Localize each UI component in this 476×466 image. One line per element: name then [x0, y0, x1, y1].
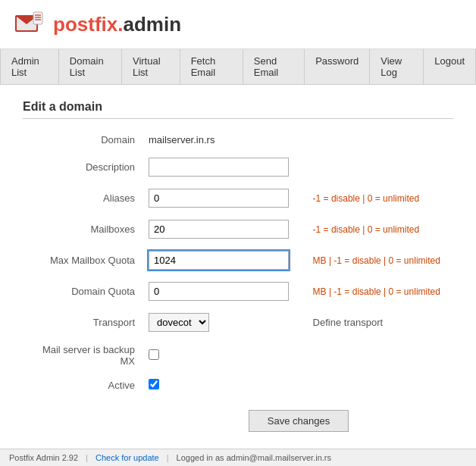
nav-logout[interactable]: Logout	[424, 49, 476, 84]
site-title: postfix.admin	[53, 13, 181, 36]
transport-label: Transport	[23, 307, 144, 338]
transport-hint-cell: Define transport	[302, 307, 453, 338]
domain-quota-cell	[144, 276, 302, 307]
max-mailbox-quota-cell	[144, 245, 302, 276]
nav-send-email[interactable]: Send Email	[243, 49, 305, 84]
navigation: Admin List Domain List Virtual List Fetc…	[0, 49, 476, 85]
active-cell	[144, 373, 302, 398]
mailboxes-input[interactable]	[149, 220, 289, 239]
title-suffix: admin	[123, 13, 181, 36]
logo-icon	[12, 8, 45, 41]
aliases-hint-cell: -1 = disable | 0 = unlimited	[302, 183, 453, 214]
domain-value: mailserver.in.rs	[149, 134, 215, 145]
nav-view-log[interactable]: View Log	[370, 49, 424, 84]
nav-domain-list[interactable]: Domain List	[59, 49, 122, 84]
description-cell	[144, 152, 302, 183]
mailboxes-row: Mailboxes -1 = disable | 0 = unlimited	[23, 214, 453, 245]
max-mailbox-quota-row: Max Mailbox Quota MB | -1 = disable | 0 …	[23, 245, 453, 276]
aliases-input[interactable]	[149, 189, 289, 208]
save-button[interactable]: Save changes	[249, 410, 349, 432]
max-mailbox-quota-label: Max Mailbox Quota	[23, 245, 144, 276]
transport-select[interactable]: dovecot virtual smtp	[149, 313, 209, 332]
nav-password[interactable]: Password	[305, 49, 370, 84]
edit-domain-form: Domain mailserver.in.rs Description Alia…	[23, 128, 453, 438]
active-checkbox[interactable]	[149, 379, 159, 389]
backup-mx-cell	[144, 338, 302, 373]
transport-row: Transport dovecot virtual smtp Define tr…	[23, 307, 453, 338]
header: postfix.admin	[0, 0, 476, 49]
active-row: Active	[23, 373, 453, 398]
max-mailbox-quota-hint: MB | -1 = disable | 0 = unlimited	[307, 255, 440, 266]
description-label: Description	[23, 152, 144, 183]
domain-row: Domain mailserver.in.rs	[23, 128, 453, 152]
description-input[interactable]	[149, 158, 289, 177]
page-heading: Edit a domain	[23, 100, 453, 119]
description-row: Description	[23, 152, 453, 183]
aliases-cell	[144, 183, 302, 214]
backup-mx-label: Mail server is backup MX	[23, 338, 144, 373]
domain-quota-row: Domain Quota MB | -1 = disable | 0 = unl…	[23, 276, 453, 307]
max-mailbox-quota-hint-cell: MB | -1 = disable | 0 = unlimited	[302, 245, 453, 276]
footer: Postfix Admin 2.92 | Check for update | …	[0, 449, 476, 453]
mailboxes-hint-cell: -1 = disable | 0 = unlimited	[302, 214, 453, 245]
nav-admin-list[interactable]: Admin List	[0, 49, 59, 84]
save-cell: Save changes	[144, 398, 453, 438]
title-prefix: postfix.	[53, 13, 123, 36]
aliases-label: Aliases	[23, 183, 144, 214]
transport-cell: dovecot virtual smtp	[144, 307, 302, 338]
main-content: Edit a domain Domain mailserver.in.rs De…	[0, 85, 476, 453]
domain-quota-label: Domain Quota	[23, 276, 144, 307]
aliases-row: Aliases -1 = disable | 0 = unlimited	[23, 183, 453, 214]
domain-quota-input[interactable]	[149, 282, 289, 301]
nav-fetch-email[interactable]: Fetch Email	[180, 49, 243, 84]
mailboxes-label: Mailboxes	[23, 214, 144, 245]
active-label: Active	[23, 373, 144, 398]
aliases-hint: -1 = disable | 0 = unlimited	[307, 193, 420, 204]
domain-label: Domain	[23, 128, 144, 152]
save-row: Save changes	[23, 398, 453, 438]
transport-hint: Define transport	[307, 317, 384, 328]
backup-mx-row: Mail server is backup MX	[23, 338, 453, 373]
svg-rect-3	[33, 12, 42, 24]
mailboxes-hint: -1 = disable | 0 = unlimited	[307, 224, 420, 235]
domain-quota-hint: MB | -1 = disable | 0 = unlimited	[307, 286, 440, 297]
domain-value-cell: mailserver.in.rs	[144, 128, 302, 152]
backup-mx-checkbox[interactable]	[149, 349, 159, 360]
mailboxes-cell	[144, 214, 302, 245]
nav-virtual-list[interactable]: Virtual List	[122, 49, 180, 84]
domain-quota-hint-cell: MB | -1 = disable | 0 = unlimited	[302, 276, 453, 307]
max-mailbox-quota-input[interactable]	[149, 251, 289, 270]
